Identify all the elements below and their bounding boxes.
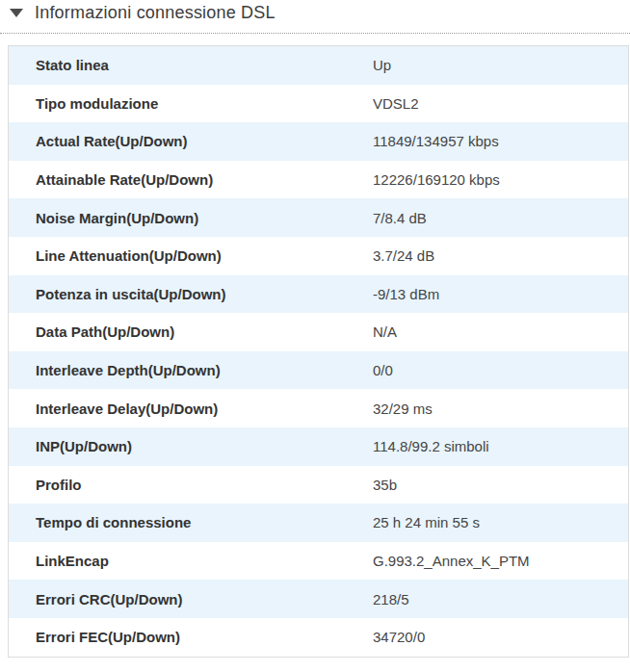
row-value: 0/0 — [373, 362, 628, 378]
row-value: N/A — [373, 323, 628, 340]
row-value: 7/8.4 dB — [373, 210, 628, 226]
dsl-info-section: Informazioni connessione DSL Stato linea… — [0, 0, 630, 658]
row-label: Attainable Rate(Up/Down) — [9, 171, 373, 188]
dsl-section-header[interactable]: Informazioni connessione DSL — [0, 0, 630, 34]
row-value: 11849/134957 kbps — [373, 133, 628, 149]
row-value: 114.8/99.2 simboli — [373, 438, 628, 454]
row-label: Potenza in uscita(Up/Down) — [9, 286, 373, 302]
table-row: Stato linea Up — [9, 46, 628, 85]
table-row: Errori CRC(Up/Down) 218/5 — [9, 580, 628, 618]
row-label: Interleave Depth(Up/Down) — [9, 362, 373, 378]
table-row: Interleave Depth(Up/Down) 0/0 — [9, 351, 628, 390]
row-value: 35b — [373, 477, 628, 493]
table-row: Tipo modulazione VDSL2 — [9, 85, 628, 123]
row-label: Noise Margin(Up/Down) — [9, 210, 373, 226]
row-value: 218/5 — [373, 591, 628, 607]
table-row: Errori FEC(Up/Down) 34720/0 — [9, 618, 628, 657]
row-value: VDSL2 — [373, 95, 628, 112]
table-row: Actual Rate(Up/Down) 11849/134957 kbps — [9, 122, 628, 161]
row-value: 32/29 ms — [373, 401, 628, 417]
row-label: Line Attenuation(Up/Down) — [9, 247, 373, 264]
table-row: Tempo di connessione 25 h 24 min 55 s — [9, 504, 628, 542]
table-row: LinkEncap G.993.2_Annex_K_PTM — [9, 542, 628, 581]
row-label: Tipo modulazione — [9, 95, 373, 112]
table-row: Line Attenuation(Up/Down) 3.7/24 dB — [9, 237, 628, 275]
row-value: 34720/0 — [373, 629, 628, 645]
row-label: LinkEncap — [9, 553, 373, 569]
dsl-info-table: Stato linea Up Tipo modulazione VDSL2 Ac… — [8, 45, 629, 658]
table-row: INP(Up/Down) 114.8/99.2 simboli — [9, 427, 628, 466]
row-value: Up — [373, 57, 628, 73]
row-label: INP(Up/Down) — [9, 438, 373, 454]
row-label: Profilo — [9, 477, 373, 493]
row-value: -9/13 dBm — [373, 286, 628, 302]
row-label: Errori CRC(Up/Down) — [9, 591, 373, 607]
row-label: Errori FEC(Up/Down) — [9, 629, 373, 645]
section-title: Informazioni connessione DSL — [35, 3, 276, 23]
row-value: G.993.2_Annex_K_PTM — [373, 553, 628, 569]
row-value: 25 h 24 min 55 s — [373, 514, 628, 530]
table-row: Potenza in uscita(Up/Down) -9/13 dBm — [9, 275, 628, 314]
triangle-down-icon[interactable] — [10, 9, 23, 17]
table-row: Attainable Rate(Up/Down) 12226/169120 kb… — [9, 161, 628, 199]
table-row: Data Path(Up/Down) N/A — [9, 313, 628, 351]
row-label: Actual Rate(Up/Down) — [9, 133, 373, 149]
row-label: Stato linea — [9, 57, 373, 73]
row-value: 12226/169120 kbps — [373, 171, 628, 188]
table-row: Noise Margin(Up/Down) 7/8.4 dB — [9, 198, 628, 237]
row-label: Tempo di connessione — [9, 514, 373, 530]
row-label: Data Path(Up/Down) — [9, 323, 373, 340]
table-row: Profilo 35b — [9, 466, 628, 504]
row-value: 3.7/24 dB — [373, 247, 628, 264]
table-row: Interleave Delay(Up/Down) 32/29 ms — [9, 389, 628, 427]
row-label: Interleave Delay(Up/Down) — [9, 401, 373, 417]
